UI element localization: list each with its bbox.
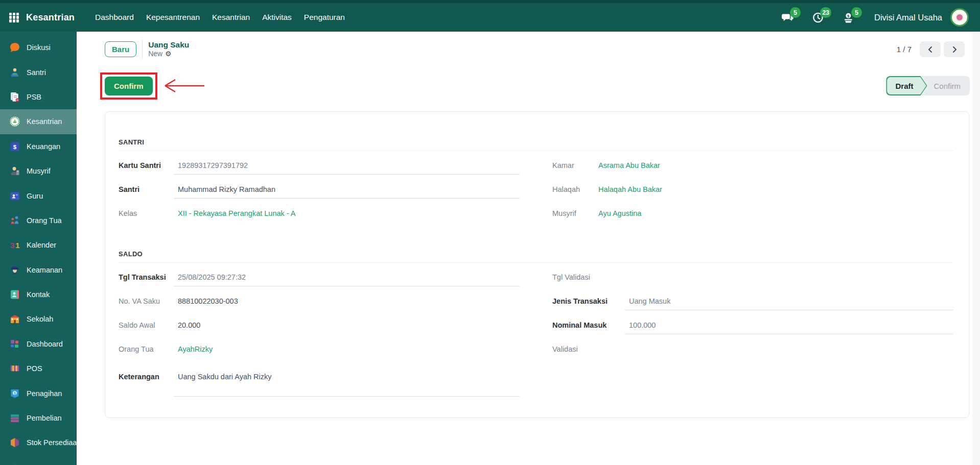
dashboard-tiles-icon [9, 338, 21, 350]
orang-tua-link[interactable]: AyahRizky [174, 344, 520, 358]
deposit-money-icon[interactable]: $ 5 [843, 11, 856, 24]
page-title: Uang Saku [148, 40, 189, 50]
field-halaqah: Halaqah Halaqah Abu Bakar [552, 184, 953, 207]
field-kartu-santri: Kartu Santri 19289317297391792 [119, 160, 520, 183]
field-orang-tua: Orang Tua AyahRizky [119, 344, 520, 367]
field-santri: Santri Muhammad Rizky Ramadhan [119, 184, 520, 207]
field-tgl-transaksi: Tgl Transaksi 25/08/2025 09:27:32 [119, 272, 520, 295]
form-card: SANTRI Kartu Santri 19289317297391792 Sa… [105, 111, 969, 418]
sidebar-item-keamanan[interactable]: Keamanan [0, 258, 77, 282]
svg-text:1: 1 [15, 241, 20, 250]
workflow-state-indicator: Draft Confirm [886, 76, 970, 95]
field-jenis-transaksi: Jenis Transaksi Uang Masuk [552, 296, 953, 319]
field-tgl-validasi: Tgl Validasi [552, 272, 953, 295]
santri-input[interactable]: Muhammad Rizky Ramadhan [174, 184, 520, 199]
svg-text:$: $ [13, 143, 17, 150]
documents-icon [9, 91, 21, 103]
user-avatar[interactable] [950, 8, 969, 27]
section-title: SALDO [119, 250, 953, 263]
tgl-validasi-value [625, 272, 953, 284]
inventory-box-icon [9, 436, 21, 449]
student-icon [9, 66, 21, 79]
nav-item-kepesantrenan[interactable]: Kepesantrenan [146, 13, 200, 22]
annotation-arrow [157, 76, 206, 95]
field-validasi: Validasi [552, 344, 953, 367]
doc-subtitle: New [148, 50, 162, 59]
kamar-link[interactable]: Asrama Abu Bakar [594, 160, 953, 174]
pagination-count: 1 / 7 [897, 45, 912, 54]
status-badge: Baru [105, 41, 136, 57]
kartu-santri-input[interactable]: 19289317297391792 [174, 160, 520, 175]
sidebar-item-karyawan[interactable]: Karyawan [0, 455, 77, 465]
sidebar-item-kesantrian[interactable]: Kesantrian [0, 109, 77, 134]
sidebar-item-sekolah[interactable]: Sekolah [0, 307, 77, 331]
security-guard-icon [9, 264, 21, 276]
workflow-state-draft: Draft [886, 76, 927, 95]
sidebar-item-kalender[interactable]: 31 Kalender [0, 233, 77, 257]
sidebar-item-musyrif[interactable]: Musyrif [0, 159, 77, 183]
chat-notifications-icon[interactable]: 5 [781, 11, 795, 24]
nav-item-dashboard[interactable]: Dashboard [95, 13, 134, 22]
pesantren-logo-icon [9, 115, 21, 128]
sidebar-item-psb[interactable]: PSB [0, 85, 77, 109]
sidebar: Diskusi Santri PSB Kesantrian $ Keuangan… [0, 32, 77, 465]
sidebar-item-orang-tua[interactable]: Orang Tua [0, 208, 77, 233]
sidebar-item-stok-persediaan[interactable]: Stok Persediaan [0, 430, 77, 455]
field-keterangan: Keterangan Uang Sakdu dari Ayah Rizky [119, 371, 520, 397]
nominal-masuk-input[interactable]: 100.000 [625, 320, 953, 334]
calendar-31-icon: 31 [9, 239, 21, 251]
sidebar-item-santri[interactable]: Santri [0, 60, 77, 84]
field-kelas: Kelas XII - Rekayasa Perangkat Lunak - A [119, 208, 520, 231]
chat-bubble-icon [9, 41, 21, 54]
halaqah-link[interactable]: Halaqah Abu Bakar [594, 184, 953, 198]
svg-text:$: $ [14, 390, 16, 395]
next-record-button[interactable] [944, 41, 965, 57]
sidebar-item-kontak[interactable]: Kontak [0, 282, 77, 307]
field-kamar: Kamar Asrama Abu Bakar [552, 160, 953, 183]
no-va-saku-value: 88810022030-003 [174, 296, 520, 310]
contact-card-icon [9, 288, 21, 301]
musyrif-link[interactable]: Ayu Agustina [594, 208, 953, 222]
tgl-transaksi-input[interactable]: 25/08/2025 09:27:32 [174, 272, 520, 286]
settings-gear-icon[interactable]: ⚙ [165, 50, 171, 59]
field-saldo-awal: Saldo Awal 20.000 [119, 320, 520, 343]
activity-clock-icon[interactable]: 23 [812, 11, 825, 24]
chat-count-badge: 5 [790, 7, 801, 18]
navbar-menu: Dashboard Kepesantrenan Kesantrian Aktiv… [95, 13, 345, 22]
user-menu-label[interactable]: Divisi Amal Usaha [874, 13, 942, 22]
sidebar-item-keuangan[interactable]: $ Keuangan [0, 134, 77, 159]
sidebar-item-pos[interactable]: POS [0, 356, 77, 381]
nav-item-kesantrian[interactable]: Kesantrian [212, 13, 250, 22]
nav-item-pengaturan[interactable]: Pengaturan [304, 13, 345, 22]
keterangan-textarea[interactable]: Uang Sakdu dari Ayah Rizky [174, 371, 520, 397]
pos-awning-icon [9, 362, 21, 375]
sidebar-item-dashboard[interactable]: Dashboard [0, 332, 77, 356]
field-musyrif: Musyrif Ayu Agustina [552, 208, 953, 231]
jenis-transaksi-select[interactable]: Uang Masuk [625, 296, 953, 310]
confirm-button[interactable]: Confirm [105, 77, 153, 95]
kelas-link[interactable]: XII - Rekayasa Perangkat Lunak - A [174, 208, 520, 222]
employees-dots-icon [9, 461, 21, 465]
section-title: SANTRI [119, 138, 953, 151]
form-toolbar: Confirm Draft Confirm [77, 74, 980, 98]
teacher-board-icon [9, 190, 21, 202]
sidebar-item-diskusi[interactable]: Diskusi [0, 35, 77, 60]
school-building-icon [9, 313, 21, 325]
dollar-square-icon: $ [9, 140, 21, 153]
sidebar-item-penagihan[interactable]: $ Penagihan [0, 381, 77, 405]
section-saldo: SALDO Tgl Transaksi 25/08/2025 09:27:32 … [119, 250, 953, 397]
sidebar-item-pembelian[interactable]: Pembelian [0, 406, 77, 430]
section-santri: SANTRI Kartu Santri 19289317297391792 Sa… [119, 138, 953, 232]
sidebar-item-guru[interactable]: Guru [0, 183, 77, 208]
apps-grid-icon[interactable] [9, 13, 19, 22]
nav-item-aktivitas[interactable]: Aktivitas [262, 13, 292, 22]
field-nominal-masuk: Nominal Masuk 100.000 [552, 320, 953, 343]
top-navbar: Kesantrian Dashboard Kepesantrenan Kesan… [0, 0, 980, 32]
saldo-awal-value: 20.000 [174, 320, 520, 334]
main-content: Baru Uang Saku New ⚙ 1 / 7 Confirm [77, 32, 980, 465]
workflow-state-confirm[interactable]: Confirm [927, 76, 970, 95]
svg-text:$: $ [847, 14, 850, 18]
mentor-person-icon [9, 165, 21, 177]
brand-title[interactable]: Kesantrian [26, 12, 75, 23]
prev-record-button[interactable] [920, 41, 941, 57]
